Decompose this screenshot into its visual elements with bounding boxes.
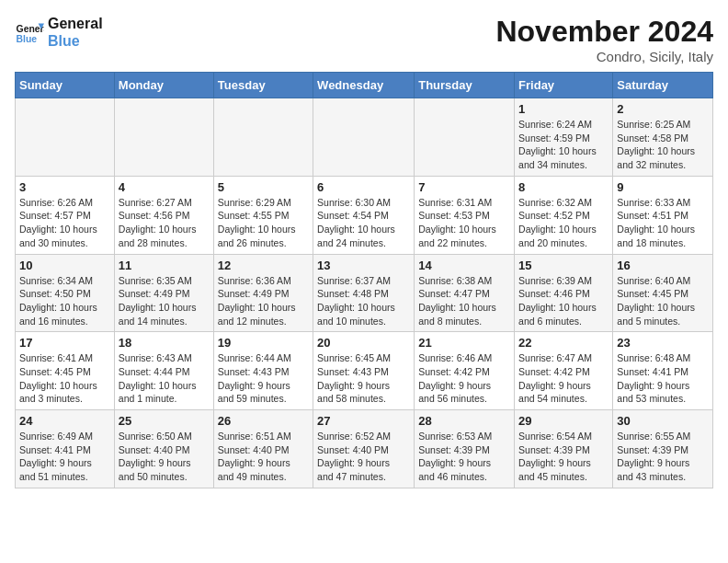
logo: General Blue General Blue (15, 15, 103, 50)
day-number: 29 (518, 414, 609, 428)
calendar-cell: 8Sunrise: 6:32 AM Sunset: 4:52 PM Daylig… (515, 176, 613, 254)
day-info: Sunrise: 6:37 AM Sunset: 4:48 PM Dayligh… (317, 274, 410, 328)
calendar-cell: 27Sunrise: 6:52 AM Sunset: 4:40 PM Dayli… (313, 410, 415, 488)
day-number: 20 (317, 336, 410, 350)
calendar-cell: 30Sunrise: 6:55 AM Sunset: 4:39 PM Dayli… (613, 410, 713, 488)
column-header-friday: Friday (515, 73, 613, 98)
day-info: Sunrise: 6:39 AM Sunset: 4:46 PM Dayligh… (518, 274, 609, 328)
day-number: 10 (19, 259, 110, 272)
calendar-cell: 7Sunrise: 6:31 AM Sunset: 4:53 PM Daylig… (415, 176, 515, 254)
day-info: Sunrise: 6:43 AM Sunset: 4:44 PM Dayligh… (119, 351, 210, 406)
day-info: Sunrise: 6:36 AM Sunset: 4:49 PM Dayligh… (218, 274, 309, 328)
svg-text:Blue: Blue (17, 34, 38, 44)
day-info: Sunrise: 6:41 AM Sunset: 4:45 PM Dayligh… (19, 351, 110, 406)
day-info: Sunrise: 6:54 AM Sunset: 4:39 PM Dayligh… (518, 430, 609, 484)
day-info: Sunrise: 6:26 AM Sunset: 4:57 PM Dayligh… (19, 196, 110, 250)
calendar-cell: 25Sunrise: 6:50 AM Sunset: 4:40 PM Dayli… (114, 410, 213, 488)
calendar-cell: 28Sunrise: 6:53 AM Sunset: 4:39 PM Dayli… (415, 410, 515, 488)
location: Condro, Sicily, Italy (495, 49, 713, 64)
day-info: Sunrise: 6:31 AM Sunset: 4:53 PM Dayligh… (418, 196, 510, 250)
day-number: 3 (19, 180, 110, 194)
day-info: Sunrise: 6:49 AM Sunset: 4:41 PM Dayligh… (19, 430, 110, 484)
day-number: 11 (119, 259, 210, 272)
day-info: Sunrise: 6:29 AM Sunset: 4:55 PM Dayligh… (218, 196, 309, 250)
column-header-saturday: Saturday (613, 73, 713, 98)
calendar-cell: 6Sunrise: 6:30 AM Sunset: 4:54 PM Daylig… (313, 176, 415, 254)
month-title: November 2024 (495, 15, 713, 49)
calendar-cell: 24Sunrise: 6:49 AM Sunset: 4:41 PM Dayli… (16, 410, 115, 488)
column-header-tuesday: Tuesday (213, 73, 313, 98)
calendar-cell: 2Sunrise: 6:25 AM Sunset: 4:58 PM Daylig… (613, 98, 713, 177)
day-info: Sunrise: 6:55 AM Sunset: 4:39 PM Dayligh… (617, 430, 709, 484)
day-number: 23 (617, 336, 709, 350)
calendar-table: SundayMondayTuesdayWednesdayThursdayFrid… (15, 72, 713, 488)
calendar-cell: 10Sunrise: 6:34 AM Sunset: 4:50 PM Dayli… (16, 254, 115, 332)
day-number: 8 (518, 180, 609, 194)
day-info: Sunrise: 6:34 AM Sunset: 4:50 PM Dayligh… (19, 274, 110, 328)
day-number: 30 (617, 414, 709, 428)
calendar-cell: 18Sunrise: 6:43 AM Sunset: 4:44 PM Dayli… (114, 332, 213, 410)
day-number: 9 (617, 180, 709, 194)
day-info: Sunrise: 6:40 AM Sunset: 4:45 PM Dayligh… (617, 274, 709, 328)
day-info: Sunrise: 6:24 AM Sunset: 4:59 PM Dayligh… (518, 118, 609, 172)
calendar-cell (213, 98, 313, 177)
calendar-cell: 21Sunrise: 6:46 AM Sunset: 4:42 PM Dayli… (415, 332, 515, 410)
day-number: 17 (19, 336, 110, 350)
day-number: 5 (218, 180, 309, 194)
calendar-cell: 9Sunrise: 6:33 AM Sunset: 4:51 PM Daylig… (613, 176, 713, 254)
day-number: 27 (317, 414, 410, 428)
day-info: Sunrise: 6:52 AM Sunset: 4:40 PM Dayligh… (317, 430, 410, 484)
column-header-wednesday: Wednesday (313, 73, 415, 98)
day-info: Sunrise: 6:38 AM Sunset: 4:47 PM Dayligh… (418, 274, 510, 328)
logo-line2: Blue (48, 32, 103, 50)
day-number: 2 (617, 102, 709, 116)
day-info: Sunrise: 6:48 AM Sunset: 4:41 PM Dayligh… (617, 351, 709, 406)
calendar-cell: 13Sunrise: 6:37 AM Sunset: 4:48 PM Dayli… (313, 254, 415, 332)
calendar-cell: 14Sunrise: 6:38 AM Sunset: 4:47 PM Dayli… (415, 254, 515, 332)
column-header-sunday: Sunday (16, 73, 115, 98)
column-header-monday: Monday (114, 73, 213, 98)
day-number: 1 (518, 102, 609, 116)
calendar-cell: 12Sunrise: 6:36 AM Sunset: 4:49 PM Dayli… (213, 254, 313, 332)
calendar-cell: 11Sunrise: 6:35 AM Sunset: 4:49 PM Dayli… (114, 254, 213, 332)
day-info: Sunrise: 6:35 AM Sunset: 4:49 PM Dayligh… (119, 274, 210, 328)
day-number: 24 (19, 414, 110, 428)
column-header-thursday: Thursday (415, 73, 515, 98)
day-number: 22 (518, 336, 609, 350)
calendar-cell: 16Sunrise: 6:40 AM Sunset: 4:45 PM Dayli… (613, 254, 713, 332)
calendar-cell: 15Sunrise: 6:39 AM Sunset: 4:46 PM Dayli… (515, 254, 613, 332)
title-block: November 2024 Condro, Sicily, Italy (495, 15, 713, 64)
logo-icon: General Blue (15, 17, 44, 47)
logo-line1: General (48, 15, 103, 32)
calendar-cell: 5Sunrise: 6:29 AM Sunset: 4:55 PM Daylig… (213, 176, 313, 254)
calendar-cell: 4Sunrise: 6:27 AM Sunset: 4:56 PM Daylig… (114, 176, 213, 254)
day-info: Sunrise: 6:44 AM Sunset: 4:43 PM Dayligh… (218, 351, 309, 406)
calendar-cell: 23Sunrise: 6:48 AM Sunset: 4:41 PM Dayli… (613, 332, 713, 410)
day-number: 16 (617, 259, 709, 272)
day-number: 18 (119, 336, 210, 350)
calendar-cell: 20Sunrise: 6:45 AM Sunset: 4:43 PM Dayli… (313, 332, 415, 410)
day-number: 6 (317, 180, 410, 194)
day-number: 7 (418, 180, 510, 194)
calendar-cell: 26Sunrise: 6:51 AM Sunset: 4:40 PM Dayli… (213, 410, 313, 488)
day-number: 25 (119, 414, 210, 428)
day-info: Sunrise: 6:50 AM Sunset: 4:40 PM Dayligh… (119, 430, 210, 484)
calendar-cell (114, 98, 213, 177)
calendar-cell: 3Sunrise: 6:26 AM Sunset: 4:57 PM Daylig… (16, 176, 115, 254)
day-number: 19 (218, 336, 309, 350)
calendar-cell: 19Sunrise: 6:44 AM Sunset: 4:43 PM Dayli… (213, 332, 313, 410)
day-number: 26 (218, 414, 309, 428)
day-info: Sunrise: 6:32 AM Sunset: 4:52 PM Dayligh… (518, 196, 609, 250)
calendar-cell (415, 98, 515, 177)
day-number: 14 (418, 259, 510, 272)
day-info: Sunrise: 6:25 AM Sunset: 4:58 PM Dayligh… (617, 118, 709, 172)
day-info: Sunrise: 6:53 AM Sunset: 4:39 PM Dayligh… (418, 430, 510, 484)
day-number: 15 (518, 259, 609, 272)
page-header: General Blue General Blue November 2024 … (15, 15, 713, 64)
day-info: Sunrise: 6:46 AM Sunset: 4:42 PM Dayligh… (418, 351, 510, 406)
day-number: 28 (418, 414, 510, 428)
day-info: Sunrise: 6:27 AM Sunset: 4:56 PM Dayligh… (119, 196, 210, 250)
day-info: Sunrise: 6:45 AM Sunset: 4:43 PM Dayligh… (317, 351, 410, 406)
day-number: 12 (218, 259, 309, 272)
calendar-cell (16, 98, 115, 177)
